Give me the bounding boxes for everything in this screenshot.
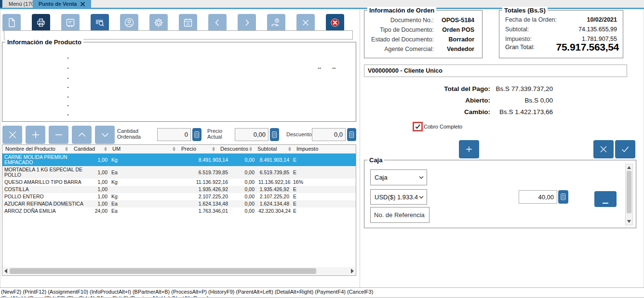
grand-total-value: 75.917.563,54 (556, 41, 619, 53)
cancel-payment-button[interactable] (593, 140, 614, 158)
business-partner-button[interactable] (120, 14, 138, 31)
reference-no-input[interactable] (370, 207, 429, 223)
cell-price: 1.763.346,01 (176, 207, 230, 215)
scrollbar-thumb[interactable] (10, 268, 316, 274)
product-info-title: Información de Producto (5, 39, 83, 46)
column-header-name[interactable]: Nombre del Producto (5, 146, 55, 152)
cash-panel: Caja Caja USD($) 1.933.493 (364, 160, 636, 228)
remove-line-button[interactable] (49, 126, 68, 144)
column-header-qty[interactable]: Cantidad (74, 146, 95, 152)
change-label: Cambio: (364, 108, 490, 116)
add-line-button[interactable] (26, 126, 45, 144)
confirm-payment-button[interactable] (615, 140, 635, 158)
table-header: Nombre del Producto Cantidad UM Precio D… (2, 145, 356, 154)
discounts-input[interactable] (312, 128, 346, 141)
table-row[interactable]: CARNE MOLIDA PREMIUN EMPACADO 1,00 Kg 8.… (2, 154, 356, 166)
sort-icon[interactable] (249, 147, 253, 151)
close-tab-icon[interactable] (80, 1, 85, 7)
cell-um: Ea (109, 166, 176, 179)
cell-tax: E (291, 200, 356, 207)
calculator-icon (561, 193, 566, 201)
collect-button[interactable] (594, 191, 617, 207)
check-icon (620, 144, 631, 155)
exit-button[interactable] (326, 14, 344, 31)
grand-total-label: Gran Total: (505, 44, 535, 51)
cell-tax: E (291, 186, 356, 193)
next-button[interactable] (238, 14, 256, 31)
customer-input[interactable] (364, 65, 627, 77)
new-document-button[interactable] (2, 14, 21, 31)
product-field-value: - (67, 93, 69, 99)
current-price-input[interactable] (235, 128, 268, 141)
amount-calculator-button[interactable] (558, 190, 568, 204)
cell-discount: 0,00 (230, 207, 256, 215)
cell-price: 1.624.134,48 (176, 200, 230, 207)
chevron-down-icon (99, 129, 111, 141)
column-header-subtotal[interactable]: Subtotal (257, 146, 277, 152)
sort-icon[interactable] (212, 147, 215, 151)
scroll-right-icon[interactable] (351, 269, 354, 273)
move-down-button[interactable] (95, 126, 115, 144)
delete-line-button[interactable] (2, 126, 22, 144)
sort-icon[interactable] (288, 147, 292, 151)
dash-icon (603, 203, 608, 204)
scroll-left-icon[interactable] (4, 269, 7, 273)
table-row[interactable]: AZUCAR REFINADA DOMESTICA 1,00 Ea 1.624.… (2, 200, 356, 207)
preferences-button[interactable] (149, 14, 168, 31)
product-lookup-button[interactable] (91, 14, 109, 31)
subtotal-label: Subtotal: (505, 26, 529, 33)
document-button[interactable] (61, 14, 80, 31)
cancel-button[interactable] (296, 14, 315, 31)
add-payment-button[interactable] (459, 140, 479, 158)
price-calculator-button[interactable] (270, 128, 279, 141)
scroll-down-icon[interactable] (627, 220, 631, 223)
previous-button[interactable] (208, 14, 227, 31)
cell-price: 11.136.922,16 (176, 179, 230, 186)
column-header-discounts[interactable]: Descuentos (220, 146, 248, 152)
x-icon (598, 144, 609, 155)
table-row[interactable]: POLLO ENTERO 1,00 Kg 2.107.225,20 0,00 2… (2, 193, 356, 200)
move-up-button[interactable] (72, 126, 92, 144)
pos-window: Menú (170) Punto de Venta (0, 0, 644, 298)
qty-ordered-input[interactable] (157, 128, 191, 141)
x-icon (300, 17, 311, 28)
vertical-scrollbar[interactable] (625, 164, 633, 225)
scrollbar-thumb[interactable] (627, 171, 631, 213)
discount-calculator-button[interactable] (347, 128, 356, 141)
sort-icon[interactable] (104, 147, 107, 151)
sort-icon[interactable] (65, 147, 68, 151)
horizontal-scrollbar[interactable] (3, 267, 355, 275)
scroll-up-icon[interactable] (627, 166, 631, 169)
column-header-um[interactable]: UM (112, 146, 121, 152)
sales-rep-label: Agente Comercial: (384, 46, 434, 52)
cell-name: ARROZ DOÑA EMILIA (2, 207, 85, 215)
table-row[interactable]: ARROZ DOÑA EMILIA 24,00 Ea 1.763.346,01 … (2, 207, 356, 215)
payment-button[interactable]: $ (267, 14, 285, 31)
print-button[interactable] (32, 14, 50, 31)
column-header-price[interactable]: Precio (181, 146, 196, 152)
cell-price: 6.519.739,85 (176, 166, 230, 179)
qty-calculator-button[interactable] (192, 128, 201, 141)
cell-tax: E (291, 154, 356, 166)
column-header-tax[interactable]: Impuesto (296, 146, 318, 152)
cell-subtotal: 2.107.225,20 (256, 193, 291, 200)
product-field-value: - (67, 84, 69, 90)
product-field-value: - (67, 111, 69, 117)
table-row[interactable]: COSTILLA 1,00 1.935.426,92 0,00 1.935.42… (2, 186, 356, 193)
currency-select[interactable]: USD($) 1.933.493 (370, 189, 427, 205)
qty-ordered-label: CantidadOrdenada (117, 128, 141, 140)
pay-amount-input[interactable] (519, 190, 557, 204)
full-payment-checkbox[interactable] (414, 123, 422, 130)
gear-icon (153, 17, 164, 28)
tab-punto-de-venta[interactable]: Punto de Venta (33, 0, 91, 8)
calendar-button[interactable]: 31 (179, 14, 197, 31)
sort-icon[interactable] (172, 147, 176, 151)
cell-subtotal: 8.491.903,14 (256, 154, 291, 166)
product-field-value: -- (332, 65, 335, 70)
tender-type-select[interactable]: Caja (370, 169, 427, 185)
open-amount-value: Bs.S 0,00 (490, 97, 553, 104)
table-row[interactable]: QUESO AMARILLO TIPO BARRA 1,00 Kg 11.136… (2, 179, 356, 186)
tab-menu-label: Menú (170) (9, 0, 36, 8)
change-value: Bs.S 1.422.173,66 (490, 108, 553, 116)
table-row[interactable]: MORTADELA 1 KG ESPECIAL DE POLLO 1,00 Ea… (2, 166, 356, 179)
